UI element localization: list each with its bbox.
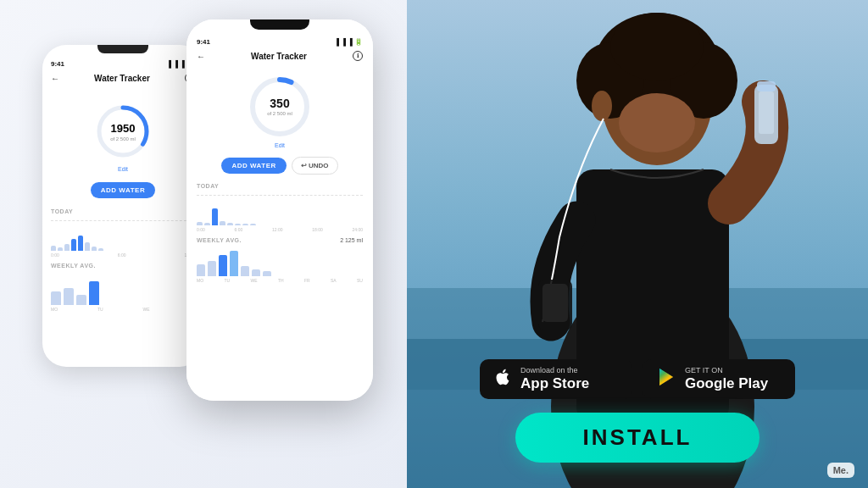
back-arrow-icon: ← <box>51 74 59 83</box>
front-chart-labels: 0:00 6:00 12:00 18:00 24:00 <box>197 227 363 232</box>
front-weekly-total: 2 125 ml <box>340 237 363 243</box>
google-play-button[interactable]: GET IT ON Google Play <box>643 359 795 399</box>
back-chart-labels: 0:00 6:00 12:00 <box>51 252 195 258</box>
front-phone-screen: 9:41 ▐ ▐ ▐ 🔋 ← Water Tracker ℹ <box>186 19 373 401</box>
fwbar-7 <box>263 271 271 276</box>
front-weekly-bars <box>197 247 363 276</box>
back-phone-notch <box>97 45 148 53</box>
fbar-7 <box>242 224 248 225</box>
bar-3 <box>64 244 70 251</box>
front-phone-title: Water Tracker <box>205 52 353 61</box>
back-add-water-button[interactable]: ADD WATER <box>91 182 155 198</box>
wbar-2 <box>64 288 74 305</box>
back-dotted-line <box>51 220 195 221</box>
front-water-sub: of 2 500 ml <box>267 111 292 116</box>
fbar-3 <box>212 208 218 225</box>
app-store-sub: Download on the <box>520 366 589 375</box>
bar-6 <box>85 242 90 251</box>
front-status-bar: 9:41 ▐ ▐ ▐ 🔋 <box>197 35 363 46</box>
back-time-0: 0:00 <box>51 252 59 258</box>
fwbar-1 <box>197 264 205 276</box>
apple-icon <box>493 368 512 390</box>
back-circle-container: 1950 of 2 500 ml Edit <box>51 95 195 172</box>
back-weekly-bars <box>51 275 195 305</box>
back-water-value: 1950 <box>110 122 136 135</box>
back-edit-link: Edit <box>118 166 128 172</box>
day-we: WE <box>142 307 149 312</box>
phones-container: 9:41 ▐ ▐ ▐ 🔋 ← Water Tracker ℹ <box>25 11 381 477</box>
front-undo-button[interactable]: ↩ UNDO <box>292 157 338 175</box>
svg-point-15 <box>592 91 612 121</box>
fwbar-5 <box>241 266 249 276</box>
watermark: Me. <box>827 463 854 478</box>
front-circle-text: 350 of 2 500 ml <box>267 97 292 116</box>
fwbar-3 <box>219 255 227 276</box>
front-today-label: TODAY <box>197 183 363 189</box>
front-dotted-line <box>197 195 363 196</box>
front-phone-notch <box>250 19 309 30</box>
back-chart-bars <box>51 224 195 251</box>
app-store-text: Download on the App Store <box>520 366 589 392</box>
google-play-text: GET IT ON Google Play <box>685 366 768 392</box>
bar-7 <box>92 247 97 251</box>
front-circle-container: 350 of 2 500 ml Edit <box>197 73 363 148</box>
fbar-2 <box>204 223 210 225</box>
back-weekly-label: WEEKLY AVG. <box>51 263 195 269</box>
fbar-1 <box>197 222 203 225</box>
fwbar-6 <box>252 269 260 276</box>
bar-8 <box>98 248 103 251</box>
back-water-sub: of 2 500 ml <box>110 136 136 141</box>
front-info-icon: ℹ <box>353 51 363 61</box>
store-buttons: Download on the App Store <box>480 359 795 399</box>
fbar-5 <box>227 223 233 225</box>
front-edit-link: Edit <box>275 142 285 148</box>
day-tu: TU <box>97 307 103 312</box>
front-phone-header: ← Water Tracker ℹ <box>197 51 363 61</box>
left-panel: 9:41 ▐ ▐ ▐ 🔋 ← Water Tracker ℹ <box>0 0 407 488</box>
bar-4 <box>71 239 76 251</box>
back-weekly-day-labels: MO TU WE TH <box>51 307 195 312</box>
back-circle-chart: 1950 of 2 500 ml <box>93 102 153 161</box>
front-weekly-label: WEEKLY AVG. <box>197 237 242 243</box>
back-today-label: TODAY <box>51 208 195 214</box>
google-play-main: Google Play <box>685 375 768 392</box>
install-button[interactable]: INSTALL <box>515 413 760 463</box>
front-btn-row: ADD WATER ↩ UNDO <box>197 157 363 175</box>
front-add-water-button[interactable]: ADD WATER <box>221 158 286 174</box>
back-time-6: 6:00 <box>118 252 126 258</box>
wbar-4 <box>89 281 99 305</box>
front-signal: ▐ ▐ ▐ 🔋 <box>334 38 363 46</box>
back-phone-title: Water Tracker <box>59 74 185 83</box>
day-mo: MO <box>51 307 58 312</box>
svg-point-13 <box>610 13 704 80</box>
phone-back: 9:41 ▐ ▐ ▐ 🔋 ← Water Tracker ℹ <box>42 45 203 367</box>
fbar-6 <box>235 224 241 225</box>
front-weekly-day-labels: MO TU WE TH FR SA SU <box>197 278 363 283</box>
bar-1 <box>51 246 56 251</box>
play-icon <box>656 367 676 391</box>
wbar-3 <box>76 295 86 305</box>
app-store-button[interactable]: Download on the App Store <box>480 359 632 399</box>
action-area: Download on the App Store <box>407 359 868 463</box>
bar-2 <box>58 247 63 251</box>
fwbar-2 <box>208 261 216 276</box>
front-circle-chart: 350 of 2 500 ml <box>246 73 314 141</box>
right-panel: Download on the App Store <box>407 0 868 488</box>
fwbar-4 <box>230 251 238 276</box>
back-circle-text: 1950 of 2 500 ml <box>110 122 136 141</box>
front-time: 9:41 <box>197 38 210 46</box>
front-chart-bars <box>197 198 363 225</box>
svg-rect-18 <box>759 92 774 134</box>
google-play-sub: GET IT ON <box>685 366 768 375</box>
fbar-8 <box>250 224 256 225</box>
wbar-1 <box>51 291 61 305</box>
back-status-bar: 9:41 ▐ ▐ ▐ 🔋 <box>51 57 195 68</box>
svg-rect-17 <box>757 81 776 92</box>
app-store-main: App Store <box>520 375 589 392</box>
back-time: 9:41 <box>51 60 64 68</box>
fbar-4 <box>220 221 225 225</box>
front-back-arrow: ← <box>197 52 205 61</box>
svg-point-14 <box>619 93 695 152</box>
svg-rect-20 <box>542 284 568 322</box>
bar-5 <box>78 236 83 251</box>
